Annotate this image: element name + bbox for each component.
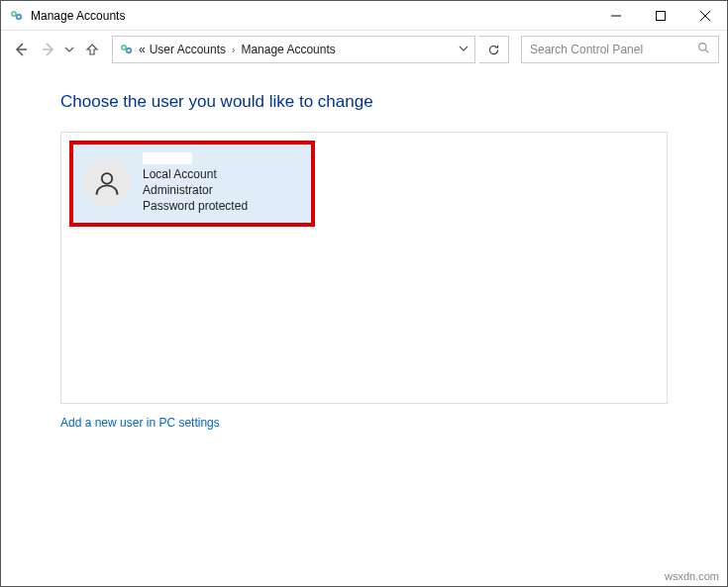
accounts-list: Local Account Administrator Password pro…: [60, 132, 668, 404]
chevron-right-icon: ›: [232, 45, 235, 55]
window-controls: [593, 1, 727, 30]
svg-point-14: [699, 44, 706, 50]
breadcrumb-prefix: «: [139, 43, 146, 56]
breadcrumb-icon: [119, 42, 135, 57]
history-dropdown[interactable]: [64, 41, 76, 58]
svg-point-12: [123, 47, 126, 49]
forward-button[interactable]: [37, 38, 60, 61]
account-role: Administrator: [143, 182, 248, 198]
account-name-redacted: [143, 152, 192, 164]
page-heading: Choose the user you would like to change: [60, 92, 668, 112]
up-button[interactable]: [80, 38, 104, 61]
account-type: Local Account: [143, 166, 248, 182]
avatar: [83, 159, 131, 207]
window-title: Manage Accounts: [31, 9, 593, 23]
svg-point-3: [18, 15, 21, 18]
search-icon: [697, 42, 710, 57]
svg-point-13: [128, 49, 131, 52]
main-content: Choose the user you would like to change…: [1, 68, 727, 454]
back-button[interactable]: [9, 38, 33, 61]
svg-line-15: [705, 49, 708, 52]
close-button[interactable]: [682, 1, 727, 30]
breadcrumb-part-2[interactable]: Manage Accounts: [241, 43, 335, 56]
search-input[interactable]: Search Control Panel: [521, 36, 719, 63]
account-tile[interactable]: Local Account Administrator Password pro…: [69, 141, 315, 227]
window-titlebar: Manage Accounts: [1, 1, 727, 31]
address-breadcrumb[interactable]: « User Accounts › Manage Accounts: [112, 36, 475, 63]
account-password-status: Password protected: [143, 198, 248, 214]
maximize-button[interactable]: [638, 1, 682, 30]
svg-point-16: [102, 173, 113, 184]
refresh-button[interactable]: [479, 36, 509, 63]
account-info: Local Account Administrator Password pro…: [143, 152, 248, 215]
minimize-button[interactable]: [593, 1, 638, 30]
navigation-bar: « User Accounts › Manage Accounts Search…: [1, 31, 727, 68]
svg-point-2: [13, 12, 16, 15]
svg-rect-5: [656, 11, 665, 20]
app-icon: [9, 8, 25, 24]
search-placeholder: Search Control Panel: [530, 43, 697, 56]
breadcrumb-part-1[interactable]: User Accounts: [150, 43, 226, 56]
chevron-down-icon[interactable]: [459, 43, 468, 56]
add-user-link[interactable]: Add a new user in PC settings: [60, 416, 220, 430]
watermark: wsxdn.com: [665, 570, 719, 582]
